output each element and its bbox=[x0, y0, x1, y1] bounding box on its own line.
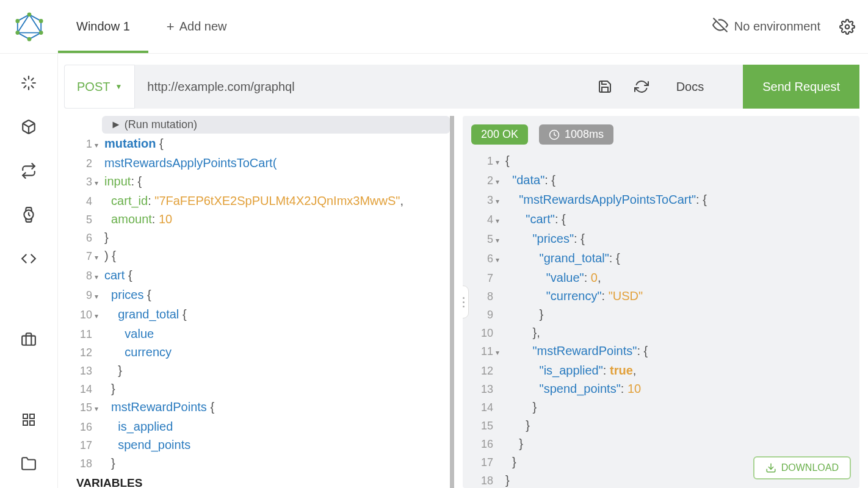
fold-icon[interactable]: ▾ bbox=[496, 173, 505, 191]
fold-icon[interactable]: ▾ bbox=[95, 307, 104, 325]
line-number: 5 bbox=[469, 231, 496, 248]
line-number: 7 bbox=[469, 270, 496, 287]
tab-label: Window 1 bbox=[76, 20, 130, 34]
line-number: 16 bbox=[469, 436, 496, 453]
svg-line-10 bbox=[24, 78, 26, 80]
line-code: cart { bbox=[104, 267, 132, 284]
url-input[interactable] bbox=[135, 65, 590, 109]
tab-window-1[interactable]: Window 1 bbox=[58, 0, 148, 53]
line-number: 3 bbox=[469, 192, 496, 209]
url-bar: POST ▼ Docs bbox=[64, 65, 859, 109]
line-code: mstRewardPoints { bbox=[104, 398, 214, 416]
environment-label: No environment bbox=[734, 20, 820, 34]
repeat-icon[interactable] bbox=[20, 162, 37, 179]
code-icon[interactable] bbox=[20, 250, 37, 267]
line-code: } bbox=[505, 435, 523, 453]
reload-button[interactable] bbox=[634, 79, 649, 95]
line-number: 2 bbox=[68, 155, 95, 173]
line-code: } bbox=[505, 398, 537, 416]
run-mutation-button[interactable]: ► (Run mutation) bbox=[102, 116, 450, 134]
loading-icon[interactable] bbox=[20, 74, 37, 92]
window-tabs: Window 1 + Add new bbox=[58, 0, 245, 53]
line-number: 13 bbox=[469, 381, 496, 398]
variables-header[interactable]: VARIABLES bbox=[68, 473, 450, 488]
line-code: is_applied bbox=[104, 418, 173, 436]
reload-icon bbox=[634, 79, 649, 94]
response-badges: 200 OK 1008ms bbox=[469, 124, 851, 145]
editor-line: 4▾ "cart": { bbox=[469, 210, 851, 230]
editor-line: 9▾ prices { bbox=[68, 286, 450, 306]
editor-line: 12 "is_applied": true, bbox=[469, 362, 851, 380]
editor-line: 15 } bbox=[469, 417, 851, 435]
line-number: 12 bbox=[68, 344, 95, 362]
pane-drag-handle[interactable] bbox=[463, 285, 469, 318]
save-button[interactable] bbox=[597, 79, 613, 95]
line-code: }, bbox=[505, 324, 540, 342]
line-code: } bbox=[104, 380, 115, 398]
fold-icon[interactable]: ▾ bbox=[496, 212, 505, 230]
editor-line: 16 } bbox=[469, 435, 851, 453]
line-number: 10 bbox=[469, 325, 496, 342]
line-code: mstRewardsApplyPointsToCart( bbox=[104, 154, 277, 172]
add-new-tab[interactable]: + Add new bbox=[148, 0, 245, 53]
environment-selector[interactable]: No environment bbox=[712, 17, 820, 36]
editor-line: 17 spend_points bbox=[68, 436, 450, 454]
line-code: value bbox=[104, 325, 154, 343]
cube-icon[interactable] bbox=[20, 118, 37, 135]
response-pane: 200 OK 1008ms 1▾{2▾ "data": {3▾ "mstRewa… bbox=[463, 116, 859, 488]
grid-icon[interactable] bbox=[20, 411, 37, 428]
fold-icon[interactable]: ▾ bbox=[496, 154, 505, 171]
editor-line: 7▾) { bbox=[68, 247, 450, 267]
request-editor[interactable]: 1▾mutation {2mstRewardsApplyPointsToCart… bbox=[68, 135, 450, 473]
send-request-button[interactable]: Send Request bbox=[743, 65, 859, 109]
fold-icon[interactable]: ▾ bbox=[95, 249, 104, 267]
editor-line: 4 cart_id: "7FaFEP6tXE2SpPULMt4X2JQnImx3… bbox=[68, 192, 450, 210]
fold-icon[interactable]: ▾ bbox=[95, 137, 104, 154]
editor-line: 10▾ grand_total { bbox=[68, 306, 450, 325]
fold-icon[interactable]: ▾ bbox=[496, 344, 505, 362]
briefcase-icon[interactable] bbox=[20, 331, 37, 348]
line-code: } bbox=[104, 362, 122, 379]
svg-line-11 bbox=[32, 86, 34, 88]
watch-icon[interactable] bbox=[20, 206, 37, 223]
line-number: 12 bbox=[469, 362, 496, 380]
line-code: } bbox=[505, 453, 516, 471]
settings-button[interactable] bbox=[839, 18, 856, 35]
line-code: "prices": { bbox=[505, 230, 585, 248]
fold-icon[interactable]: ▾ bbox=[95, 268, 104, 286]
editor-line: 7 "value": 0, bbox=[469, 269, 851, 287]
response-editor[interactable]: 1▾{2▾ "data": {3▾ "mstRewardsApplyPoints… bbox=[469, 152, 851, 488]
line-code: } bbox=[104, 454, 115, 472]
svg-point-0 bbox=[27, 12, 31, 16]
editor-line: 8 "currency": "USD" bbox=[469, 287, 851, 306]
line-number: 10 bbox=[68, 306, 95, 324]
add-new-label: Add new bbox=[179, 20, 227, 34]
line-number: 2 bbox=[469, 172, 496, 190]
fold-icon[interactable]: ▾ bbox=[95, 400, 104, 418]
app-logo bbox=[0, 12, 58, 41]
line-number: 7 bbox=[68, 248, 95, 265]
line-code: } bbox=[505, 417, 530, 434]
fold-icon[interactable]: ▾ bbox=[496, 232, 505, 249]
fold-icon[interactable]: ▾ bbox=[95, 174, 104, 192]
line-code: } bbox=[505, 472, 510, 488]
request-pane: ► (Run mutation) 1▾mutation {2mstRewards… bbox=[64, 116, 454, 488]
svg-rect-20 bbox=[30, 414, 34, 418]
line-number: 17 bbox=[469, 454, 496, 472]
docs-label: Docs bbox=[676, 80, 704, 93]
editor-line: 15▾ mstRewardPoints { bbox=[68, 398, 450, 418]
docs-button[interactable]: Docs bbox=[670, 80, 711, 94]
editor-line: 6▾ "grand_total": { bbox=[469, 249, 851, 269]
line-code: prices { bbox=[104, 286, 151, 304]
chevron-down-icon: ▼ bbox=[115, 82, 122, 91]
line-number: 5 bbox=[68, 211, 95, 229]
fold-icon[interactable]: ▾ bbox=[496, 251, 505, 269]
line-code: ) { bbox=[104, 247, 116, 265]
folder-icon[interactable] bbox=[20, 455, 37, 472]
fold-icon[interactable]: ▾ bbox=[95, 288, 104, 306]
fold-icon[interactable]: ▾ bbox=[496, 193, 505, 210]
svg-line-15 bbox=[32, 78, 34, 80]
line-code: "mstRewardsApplyPointsToCart": { bbox=[505, 191, 707, 209]
method-selector[interactable]: POST ▼ bbox=[64, 65, 135, 109]
download-button[interactable]: DOWNLOAD bbox=[753, 456, 851, 479]
